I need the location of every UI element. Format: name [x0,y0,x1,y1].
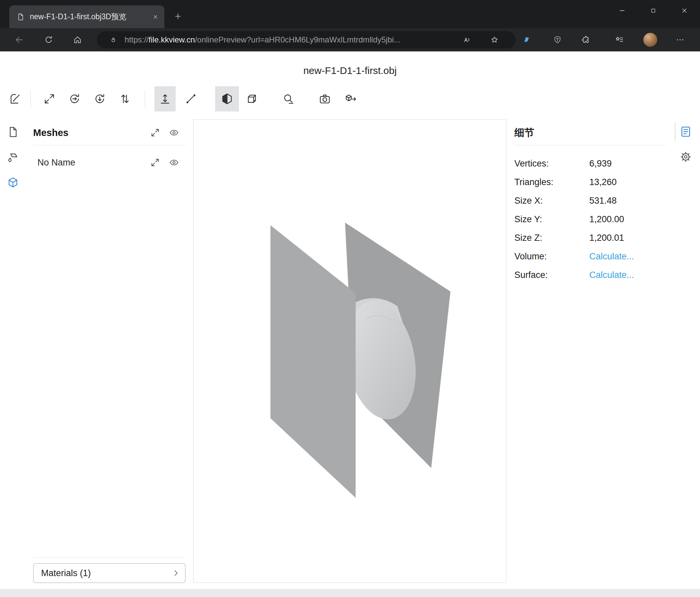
tab-title: new-F1-D1-1-first.obj3D预览 [30,11,147,22]
visibility-eye-icon [169,158,179,167]
export-model-button[interactable] [340,86,361,112]
materials-button[interactable]: Materials (1) [33,563,185,583]
open-model-icon [9,93,22,105]
favorites-hub-button[interactable] [611,32,627,48]
model-render [194,120,506,582]
detail-value: 1,200.01 [589,229,624,247]
fit-view-button[interactable] [39,86,60,112]
detail-value: 6,939 [589,154,612,173]
more-menu-icon [675,35,685,44]
rotate-horizontal-button[interactable] [64,86,85,112]
box-view-icon [246,93,258,105]
viewport-3d[interactable] [193,119,506,583]
favorites-hub-icon [615,35,624,44]
toolbar-separator [145,90,145,108]
shaded-view-icon [221,93,233,105]
panel-indicator [675,123,675,141]
chevron-right-icon [172,569,180,577]
detail-label: Size X: [515,191,543,210]
extension-shield-icon [553,35,562,44]
shaded-view-button[interactable] [216,86,239,112]
screenshot-button[interactable] [314,86,335,112]
detail-label: Volume: [515,247,547,266]
detail-label: Vertices: [515,154,549,173]
model-tree-button[interactable] [7,176,19,189]
model-plane-left [271,225,356,498]
extensions-puzzle-icon [581,35,591,44]
file-info-button[interactable] [7,126,19,138]
detail-row: Vertices:6,939 [515,154,666,173]
visibility-eye-icon [169,128,179,138]
mesh-zoom-button[interactable] [149,157,161,168]
details-rows: Vertices:6,939 Triangles:13,260 Size X:5… [515,154,666,284]
calculate-surface-link[interactable]: Calculate... [589,266,634,284]
tab-close-icon[interactable] [152,14,158,20]
line-tool-button[interactable] [180,86,201,112]
read-aloud-icon [462,35,471,44]
detail-value: 13,260 [589,173,617,191]
materials-panel-button[interactable] [7,151,19,164]
mesh-item-label[interactable]: No Name [38,156,75,169]
fit-view-icon [43,93,56,105]
materials-button-label: Materials (1) [41,568,91,578]
favorite-star-icon [490,35,499,44]
favorite-button[interactable] [486,32,502,48]
profile-avatar[interactable] [643,33,657,47]
url-text: https://file.kkview.cn/onlinePreview?url… [125,31,400,48]
address-bar[interactable]: https://file.kkview.cn/onlinePreview?url… [97,31,516,48]
url-scheme: https:// [125,35,149,44]
more-menu-button[interactable] [672,32,688,48]
detail-row: Size X:531.48 [515,191,666,210]
home-button[interactable] [70,32,85,48]
measure-icon [282,93,295,105]
box-view-button[interactable] [241,86,262,112]
new-tab-icon [174,12,182,21]
read-aloud-button[interactable] [459,32,475,48]
close-icon [681,7,688,14]
url-path: /onlinePreview?url=aHR0cHM6Ly9maWxlLmtrd… [195,35,400,44]
minimize-button[interactable] [606,0,638,21]
close-button[interactable] [669,0,700,21]
mesh-visibility-button[interactable] [168,157,180,168]
extension-bird-button[interactable] [520,32,535,48]
meshes-panel-header: Meshes [33,126,68,139]
toolbar-separator [30,90,31,108]
browser-window: new-F1-D1-1-first.obj3D预览 https://file.k… [0,0,700,597]
visibility-all-button[interactable] [168,127,180,138]
line-tool-icon [184,93,197,105]
detail-row: Surface:Calculate... [515,266,666,284]
move-tool-button[interactable] [154,86,176,112]
home-icon [73,35,82,44]
expand-all-icon [150,158,160,167]
export-model-icon [344,93,357,105]
tab-strip: new-F1-D1-1-first.obj3D预览 [0,0,700,28]
detail-row: Triangles:13,260 [515,173,666,191]
back-button[interactable] [11,32,27,48]
bottom-strip [0,589,700,597]
model-tree-icon [7,176,19,188]
calculate-volume-link[interactable]: Calculate... [589,247,634,266]
detail-row: Size Y:1,200.00 [515,210,666,229]
flip-vertical-button[interactable] [114,86,135,112]
expand-all-button[interactable] [149,127,161,138]
settings-gear-icon [680,151,692,163]
detail-row: Size Z:1,200.01 [515,229,666,247]
detail-label: Triangles: [515,173,553,191]
rotate-vertical-icon [94,93,106,105]
rotate-vertical-button[interactable] [89,86,110,112]
extension-shield-button[interactable] [550,32,566,48]
new-tab-button[interactable] [170,9,185,24]
detail-label: Surface: [515,266,548,284]
move-tool-icon [159,93,171,105]
details-list-button[interactable] [679,125,692,138]
refresh-icon [44,35,53,44]
detail-label: Size Z: [515,229,542,247]
open-model-button[interactable] [5,86,26,112]
panel-divider [515,145,666,145]
settings-button[interactable] [679,150,692,164]
browser-tab[interactable]: new-F1-D1-1-first.obj3D预览 [9,5,165,28]
extensions-button[interactable] [578,32,594,48]
maximize-button[interactable] [638,0,669,21]
refresh-button[interactable] [41,32,57,48]
measure-button[interactable] [278,86,299,112]
